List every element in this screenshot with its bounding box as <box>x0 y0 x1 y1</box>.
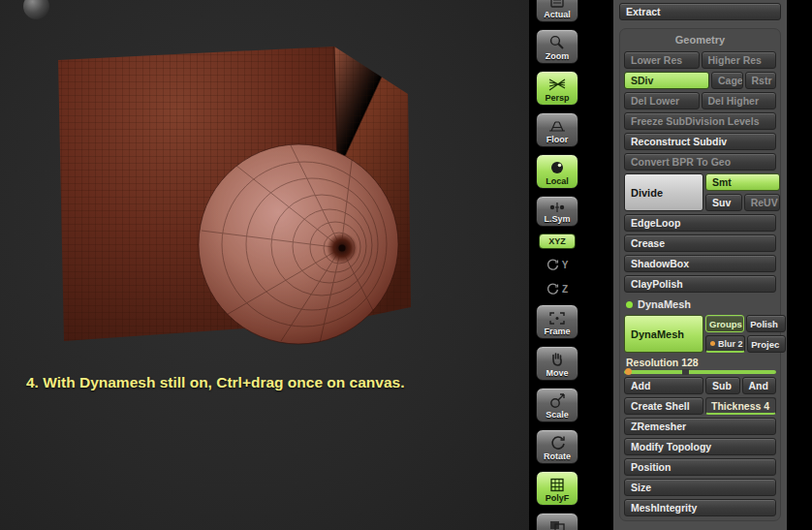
polyframe-icon <box>549 475 565 494</box>
scale-label: Scale <box>546 411 569 420</box>
lsym-label: L.Sym <box>544 215 570 224</box>
xyz-axis-button[interactable]: XYZ <box>539 234 576 249</box>
and-mode-button[interactable]: And <box>742 377 777 394</box>
freeze-subdivision-levels-button[interactable]: Freeze SubDivision Levels <box>624 112 776 130</box>
resolution-slider-track[interactable] <box>624 370 776 374</box>
smt-toggle[interactable]: Smt <box>705 173 780 191</box>
dynamesh-subsection-title: DynaMesh <box>638 298 691 310</box>
create-shell-button[interactable]: Create Shell <box>624 397 703 415</box>
geometry-section-title: Geometry <box>624 31 776 51</box>
move-button[interactable]: Move <box>536 346 578 381</box>
groups-toggle[interactable]: Groups <box>705 315 744 332</box>
transp-button[interactable]: Transp <box>536 513 578 530</box>
blur-slider[interactable]: Blur 2 <box>705 335 745 353</box>
size-button[interactable]: Size <box>624 479 776 496</box>
polish-toggle[interactable]: Polish <box>746 315 785 332</box>
polyf-label: PolyF <box>546 494 570 503</box>
resolution-slider-fill <box>624 370 776 374</box>
reconstruct-subdiv-button[interactable]: Reconstruct Subdiv <box>624 133 776 150</box>
rotate-z-icon <box>547 283 559 296</box>
sub-mode-button[interactable]: Sub <box>705 377 740 394</box>
actual-button[interactable]: Actual <box>536 0 578 22</box>
rotate-z-toggle[interactable]: Z <box>536 280 578 297</box>
higher-res-button[interactable]: Higher Res <box>702 51 777 69</box>
modify-topology-button[interactable]: Modify Topology <box>624 438 776 455</box>
rotate-label: Rotate <box>544 452 571 461</box>
zoom-icon <box>548 33 566 52</box>
zremesher-button[interactable]: ZRemesher <box>624 418 776 435</box>
resolution-slider-label: Resolution 128 <box>624 356 776 370</box>
divide-button[interactable]: Divide <box>624 173 703 211</box>
extract-button[interactable]: Extract <box>619 3 781 20</box>
cage-button[interactable]: Cage <box>711 72 743 89</box>
rotate-z-label: Z <box>562 284 568 295</box>
resolution-slider-handle[interactable] <box>625 368 632 375</box>
geometry-section: Geometry Lower Res Higher Res SDiv Cage … <box>619 28 781 521</box>
document-canvas[interactable]: 4. With Dynamesh still on, Ctrl+drag onc… <box>0 0 529 530</box>
perspective-icon <box>547 75 567 94</box>
persp-button[interactable]: Persp <box>536 71 578 106</box>
persp-label: Persp <box>545 94 569 103</box>
shadowbox-button[interactable]: ShadowBox <box>624 255 776 272</box>
edgeloop-button[interactable]: EdgeLoop <box>624 214 776 232</box>
floor-grid-icon <box>547 116 567 136</box>
zbrush-window: 4. With Dynamesh still on, Ctrl+drag onc… <box>0 0 812 530</box>
resolution-slider[interactable]: Resolution 128 <box>624 356 776 374</box>
tool-panel: Extract Geometry Lower Res Higher Res SD… <box>613 0 787 530</box>
project-toggle[interactable]: Projec <box>747 335 785 353</box>
dynamesh-cube-sphere-model <box>0 0 529 530</box>
frame-icon <box>548 308 566 327</box>
move-hand-icon <box>549 350 565 369</box>
zoom-button[interactable]: Zoom <box>536 29 578 64</box>
local-pivot-icon <box>548 158 566 177</box>
dynamesh-toggle[interactable]: DynaMesh <box>624 315 703 353</box>
frame-label: Frame <box>544 327 570 336</box>
right-shelf-toolbar: Actual Zoom Persp Floor Local <box>534 0 580 530</box>
floor-button[interactable]: Floor <box>536 112 578 147</box>
convert-bpr-to-geo-button[interactable]: Convert BPR To Geo <box>624 153 776 171</box>
resolution-slider-notch <box>682 369 689 375</box>
suv-toggle[interactable]: Suv <box>705 194 742 211</box>
local-button[interactable]: Local <box>536 154 578 189</box>
crease-button[interactable]: Crease <box>624 234 776 252</box>
rotate-button[interactable]: Rotate <box>536 429 578 464</box>
blur-slider-handle <box>710 341 715 346</box>
claypolish-button[interactable]: ClayPolish <box>624 275 776 293</box>
add-mode-button[interactable]: Add <box>624 377 703 394</box>
rotate-y-label: Y <box>562 260 569 270</box>
dynamesh-subsection-header: DynaMesh <box>624 296 776 315</box>
sdiv-slider[interactable]: SDiv <box>624 72 709 89</box>
dynamesh-active-dot <box>626 301 633 308</box>
tutorial-step-caption: 4. With Dynamesh still on, Ctrl+drag onc… <box>26 374 404 391</box>
blur-slider-label: Blur 2 <box>718 339 743 349</box>
rotate-y-toggle[interactable]: Y <box>536 256 578 273</box>
scale-button[interactable]: Scale <box>536 388 578 422</box>
frame-button[interactable]: Frame <box>536 304 578 339</box>
lower-res-button[interactable]: Lower Res <box>624 51 700 69</box>
position-button[interactable]: Position <box>624 458 776 476</box>
rstr-button[interactable]: Rstr <box>745 72 777 89</box>
floor-label: Floor <box>547 136 569 144</box>
reuv-button[interactable]: ReUV <box>744 194 781 211</box>
meshintegrity-button[interactable]: MeshIntegrity <box>624 499 776 516</box>
move-label: Move <box>546 369 568 378</box>
rotate-icon <box>549 433 566 452</box>
actual-label: Actual <box>544 11 571 19</box>
polyf-button[interactable]: PolyF <box>536 471 578 506</box>
del-higher-button[interactable]: Del Higher <box>702 92 777 109</box>
del-lower-button[interactable]: Del Lower <box>624 92 700 109</box>
scale-icon <box>549 391 566 411</box>
lsym-button[interactable]: L.Sym <box>536 196 578 227</box>
rotate-y-icon <box>547 259 559 271</box>
local-symmetry-icon <box>547 200 567 215</box>
zoom-label: Zoom <box>546 52 570 61</box>
thickness-slider[interactable]: Thickness 4 <box>705 397 776 415</box>
xyz-label: XYZ <box>548 236 566 246</box>
transparency-icon <box>548 516 566 530</box>
local-label: Local <box>546 177 569 186</box>
